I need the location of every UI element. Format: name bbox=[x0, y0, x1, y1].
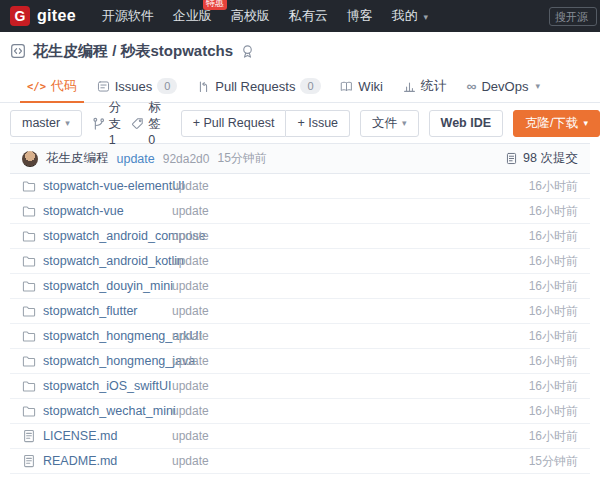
file-link[interactable]: LICENSE.md bbox=[22, 429, 172, 443]
nav-item-mine[interactable]: 我的 ▾ bbox=[392, 7, 428, 25]
files-dropdown-button[interactable]: 文件 ▾ bbox=[360, 110, 419, 137]
file-commit-time: 16小时前 bbox=[529, 353, 578, 370]
tab-pull-requests-label: Pull Requests bbox=[215, 79, 295, 94]
nav-item-blog[interactable]: 博客 bbox=[347, 7, 373, 25]
file-commit-message[interactable]: update bbox=[172, 379, 529, 393]
tab-code[interactable]: </> 代码 bbox=[27, 70, 77, 102]
top-navbar: G gitee 开源软件 企业版 特惠 高校版 私有云 博客 我的 ▾ bbox=[0, 0, 600, 32]
file-commit-message[interactable]: update bbox=[172, 229, 529, 243]
file-commit-message[interactable]: update bbox=[172, 179, 529, 193]
table-row: stopwatch-vue-elementUI update 16小时前 bbox=[10, 174, 590, 199]
file-commit-time: 16小时前 bbox=[529, 178, 578, 195]
folder-icon bbox=[22, 204, 36, 218]
new-issue-button[interactable]: + Issue bbox=[286, 110, 350, 137]
medal-icon[interactable] bbox=[240, 44, 255, 59]
nav-item-enterprise-label: 企业版 bbox=[173, 8, 212, 23]
file-link[interactable]: stopwatch-vue bbox=[22, 204, 172, 218]
table-row: stopwatch_hongmeng_arkUI update 16小时前 bbox=[10, 324, 590, 349]
tab-statistics-label: 统计 bbox=[421, 77, 447, 95]
file-commit-message[interactable]: update bbox=[172, 329, 529, 343]
nav-item-private-cloud[interactable]: 私有云 bbox=[289, 7, 328, 25]
nav-item-enterprise[interactable]: 企业版 特惠 bbox=[173, 7, 212, 25]
nav-item-education[interactable]: 高校版 bbox=[231, 7, 270, 25]
branches-stat[interactable]: 分支 1 bbox=[92, 99, 122, 147]
nav-item-opensource[interactable]: 开源软件 bbox=[102, 7, 154, 25]
clone-download-label: 克隆/下载 bbox=[525, 115, 578, 132]
commits-count-link[interactable]: 98 次提交 bbox=[505, 150, 578, 167]
tab-issues-label: Issues bbox=[115, 79, 153, 94]
file-link[interactable]: stopwatch_iOS_swiftUI bbox=[22, 379, 172, 393]
commit-author[interactable]: 花生皮编程 bbox=[46, 150, 109, 167]
table-row: stopwatch_flutter update 16小时前 bbox=[10, 299, 590, 324]
code-icon: </> bbox=[27, 80, 46, 92]
file-link[interactable]: stopwatch-vue-elementUI bbox=[22, 179, 172, 193]
tab-devops[interactable]: ∞ DevOps ▾ bbox=[466, 70, 539, 102]
file-commit-message[interactable]: update bbox=[172, 454, 529, 468]
file-commit-time: 16小时前 bbox=[529, 203, 578, 220]
file-link[interactable]: stopwatch_android_compose bbox=[22, 229, 172, 243]
file-link[interactable]: stopwatch_hongmeng_java bbox=[22, 354, 172, 368]
file-link[interactable]: stopwatch_douyin_mini bbox=[22, 279, 172, 293]
file-commit-time: 16小时前 bbox=[529, 278, 578, 295]
nav-item-mine-label: 我的 bbox=[392, 8, 418, 23]
table-row: stopwatch_douyin_mini update 16小时前 bbox=[10, 274, 590, 299]
search-input[interactable] bbox=[549, 7, 597, 26]
tags-stat[interactable]: 标签 0 bbox=[131, 99, 161, 147]
file-name: stopwatch_iOS_swiftUI bbox=[43, 379, 172, 393]
file-commit-message[interactable]: update bbox=[172, 204, 529, 218]
file-commit-time: 15分钟前 bbox=[529, 453, 578, 470]
file-name: stopwatch-vue bbox=[43, 204, 124, 218]
file-commit-time: 16小时前 bbox=[529, 303, 578, 320]
branches-stat-label: 分支 1 bbox=[109, 99, 122, 147]
caret-down-icon: ▾ bbox=[584, 118, 589, 128]
pr-issue-button-group: + Pull Request + Issue bbox=[181, 110, 350, 137]
file-table: stopwatch-vue-elementUI update 16小时前 sto… bbox=[10, 174, 590, 474]
file-commit-message[interactable]: update bbox=[172, 304, 529, 318]
file-link[interactable]: stopwatch_flutter bbox=[22, 304, 172, 318]
nav-menu: 开源软件 企业版 特惠 高校版 私有云 博客 我的 ▾ bbox=[102, 7, 428, 25]
avatar[interactable] bbox=[22, 151, 38, 167]
latest-commit-bar: 花生皮编程 update 92da2d0 15分钟前 98 次提交 bbox=[10, 143, 590, 174]
file-commit-message[interactable]: update bbox=[172, 354, 529, 368]
file-commit-message[interactable]: update bbox=[172, 404, 529, 418]
file-name: stopwatch-vue-elementUI bbox=[43, 179, 185, 193]
commit-message-link[interactable]: update bbox=[117, 152, 155, 166]
promo-badge: 特惠 bbox=[203, 0, 227, 10]
branch-selector[interactable]: master ▾ bbox=[10, 110, 82, 137]
web-ide-button[interactable]: Web IDE bbox=[429, 110, 503, 137]
file-icon bbox=[22, 429, 36, 443]
folder-icon bbox=[22, 254, 36, 268]
clone-download-button[interactable]: 克隆/下载 ▾ bbox=[513, 110, 600, 137]
file-link[interactable]: README.md bbox=[22, 454, 172, 468]
file-link[interactable]: stopwatch_wechat_mini bbox=[22, 404, 172, 418]
repo-header: 花生皮编程 / 秒表stopwatchs bbox=[0, 32, 600, 70]
tab-issues[interactable]: Issues 0 bbox=[97, 70, 178, 102]
file-name: LICENSE.md bbox=[43, 429, 117, 443]
gitee-logo[interactable]: G gitee bbox=[10, 6, 76, 26]
file-commit-message[interactable]: update bbox=[172, 279, 529, 293]
tab-wiki-label: Wiki bbox=[358, 79, 383, 94]
folder-icon bbox=[22, 229, 36, 243]
tab-wiki[interactable]: Wiki bbox=[340, 70, 383, 102]
table-row: stopwatch_android_kotlin update 16小时前 bbox=[10, 249, 590, 274]
file-link[interactable]: stopwatch_hongmeng_arkUI bbox=[22, 329, 172, 343]
new-pull-request-button[interactable]: + Pull Request bbox=[181, 110, 287, 137]
table-row: LICENSE.md update 16小时前 bbox=[10, 424, 590, 449]
infinity-icon: ∞ bbox=[466, 79, 476, 93]
table-row: stopwatch-vue update 16小时前 bbox=[10, 199, 590, 224]
pull-requests-count-badge: 0 bbox=[300, 78, 320, 94]
tab-statistics[interactable]: 统计 bbox=[403, 70, 447, 102]
file-link[interactable]: stopwatch_android_kotlin bbox=[22, 254, 172, 268]
tab-pull-requests[interactable]: Pull Requests 0 bbox=[197, 70, 320, 102]
file-name: stopwatch_wechat_mini bbox=[43, 404, 176, 418]
table-row: README.md update 15分钟前 bbox=[10, 449, 590, 474]
tag-icon bbox=[131, 117, 144, 130]
commit-list-icon bbox=[505, 152, 518, 165]
files-dropdown-label: 文件 bbox=[372, 115, 397, 132]
folder-icon bbox=[22, 304, 36, 318]
commit-hash[interactable]: 92da2d0 bbox=[163, 152, 210, 166]
file-commit-message[interactable]: update bbox=[172, 429, 529, 443]
file-commit-message[interactable]: update bbox=[172, 254, 529, 268]
repo-icon bbox=[10, 43, 26, 59]
pull-request-icon bbox=[197, 80, 210, 93]
